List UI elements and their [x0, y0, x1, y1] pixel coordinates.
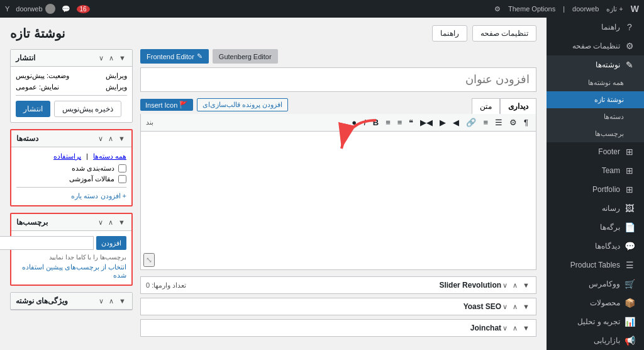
gutenberg-editor-button[interactable]: Gutenberg Editor: [213, 49, 278, 64]
sidebar-item-راهنما[interactable]: ? راهنما: [547, 18, 644, 37]
categories-up-btn[interactable]: ∧: [107, 135, 114, 143]
tags-add-button[interactable]: افزودن: [96, 236, 126, 250]
category-label: دسته‌بندی شده: [72, 164, 114, 172]
tab-text[interactable]: متن: [472, 98, 500, 114]
publish-edit-visibility[interactable]: ویرایش: [106, 83, 127, 91]
toolbar-settings[interactable]: ⚙: [507, 116, 519, 128]
toolbar-italic[interactable]: I: [361, 116, 369, 128]
publish-up-btn[interactable]: ∧: [108, 54, 115, 62]
top-bar-theme-options[interactable]: Theme Options: [508, 5, 555, 13]
yoast-collapse-btn[interactable]: ▼: [521, 303, 531, 311]
comment-icon[interactable]: 💬: [62, 5, 70, 13]
top-bar-left: W + تازه doorweb | Theme Options ⚙: [494, 4, 639, 14]
publish-toggle-btn[interactable]: ▼: [118, 54, 127, 62]
post-features-up-btn[interactable]: ∧: [108, 297, 115, 305]
yoast-up-btn[interactable]: ∧: [511, 303, 519, 311]
top-bar-sep: |: [563, 5, 565, 13]
category-checkbox[interactable]: [118, 175, 126, 183]
categories-down-btn[interactable]: ∨: [97, 135, 104, 143]
tags-most-used-link[interactable]: انتخاب از برچسب‌های پیشین استفاده شده: [16, 263, 126, 279]
categories-all-tab[interactable]: همه دسته‌ها: [93, 152, 126, 161]
sidebar-item-دسته‌ها[interactable]: دسته‌ها: [547, 108, 644, 125]
sidebar-item-محصولات[interactable]: 📦 محصولات: [547, 293, 644, 312]
toolbar-link[interactable]: 🔗: [464, 116, 479, 128]
sidebar-item-نوشته‌ها[interactable]: ✎ نوشته‌ها: [547, 55, 644, 74]
top-bar-notifications[interactable]: 16: [77, 5, 90, 13]
joinchat-down-btn[interactable]: ∨: [501, 324, 509, 332]
joinchat-title: Joinchat: [146, 324, 501, 332]
sidebar-item-label: تجربه و تحلیل: [577, 317, 620, 326]
sidebar-item-رسانه[interactable]: 🖼 رسانه: [547, 199, 644, 218]
post-title-input[interactable]: [140, 67, 536, 92]
page-settings-button[interactable]: تنظیمات صفحه: [472, 25, 536, 42]
post-features-down-btn[interactable]: ∨: [97, 297, 105, 305]
post-features-toggle-btn[interactable]: ▼: [118, 297, 127, 305]
sidebar-item-نوشتهٔ-تازه[interactable]: نوشتهٔ تازه: [547, 91, 644, 108]
top-bar-new[interactable]: + تازه: [606, 5, 623, 13]
sidebar-item-برچسب‌ها[interactable]: برچسب‌ها: [547, 125, 644, 142]
toolbar-list[interactable]: ☰: [492, 116, 505, 128]
tags-input[interactable]: [0, 236, 94, 250]
toolbar-ul[interactable]: ≡: [383, 116, 393, 128]
tags-up-btn[interactable]: ∧: [107, 218, 114, 227]
publish-button[interactable]: انتشار: [16, 101, 50, 117]
slider-count: تعداد وارمها: 0: [146, 281, 186, 290]
toolbar-center[interactable]: ◀▶: [418, 116, 435, 128]
toolbar-right[interactable]: ▶: [437, 116, 448, 128]
toolbar-ol[interactable]: ≡: [395, 116, 405, 128]
toolbar-quote[interactable]: ❝: [406, 116, 416, 128]
sidebar-item-بازاریابی[interactable]: 📢 بازاریابی: [547, 331, 644, 350]
sidebar-item-برگه‌ها[interactable]: 📄 برگه‌ها: [547, 218, 644, 237]
publish-down-btn[interactable]: ∨: [97, 54, 105, 62]
category-item[interactable]: مقالات آموزشی: [16, 175, 126, 183]
sidebar-item-دیدگاه‌ها[interactable]: 💬 دیدگاه‌ها: [547, 237, 644, 256]
insert-icon-button[interactable]: 🚩 Insert Icon: [140, 99, 193, 111]
sidebar-item-product-tables[interactable]: ☰ Product Tables: [547, 256, 644, 274]
category-item[interactable]: دسته‌بندی شده: [16, 164, 126, 172]
sidebar-item-تنظیمات-صفحه[interactable]: ⚙ تنظیمات صفحه: [547, 37, 644, 55]
slider-down-btn[interactable]: ∨: [501, 281, 509, 290]
pages-icon: 📄: [624, 222, 635, 232]
insert-template-button[interactable]: افزودن پرونده قالب‌سازی‌ای: [197, 98, 288, 111]
sidebar-item-تجربه-تحلیل[interactable]: 📊 تجربه و تحلیل: [547, 312, 644, 331]
username: doorweb: [16, 5, 42, 13]
sidebar-item-ووکامرس[interactable]: 🛒 ووکامرس: [547, 274, 644, 293]
tags-panel: ▼ ∧ ∨ برچسب‌ها افزودن برچسب‌ها را با کام…: [10, 213, 133, 286]
categories-common-tab[interactable]: پراستفاده: [53, 152, 81, 161]
joinchat-collapse-btn[interactable]: ▼: [521, 324, 531, 332]
sidebar-item-team[interactable]: ⊞ Team: [547, 161, 644, 180]
top-bar: W + تازه doorweb | Theme Options ⚙ 16 💬 …: [0, 0, 644, 18]
wp-logo[interactable]: W: [631, 4, 639, 14]
sidebar-item-label: بازاریابی: [594, 336, 620, 345]
resize-handle[interactable]: ⤡: [143, 253, 155, 267]
gear-icon[interactable]: ⚙: [494, 5, 501, 13]
tab-visual[interactable]: دیداری: [500, 98, 536, 114]
categories-toggle-btn[interactable]: ▼: [117, 135, 126, 143]
top-bar-user[interactable]: doorweb: [16, 4, 55, 14]
top-bar-site[interactable]: doorweb: [572, 5, 599, 13]
tags-toggle-btn[interactable]: ▼: [117, 218, 126, 227]
toolbar-left[interactable]: ◀: [450, 116, 462, 128]
sidebar-item-footer[interactable]: ⊞ Footer: [547, 142, 644, 161]
toolbar-bold[interactable]: B: [370, 116, 381, 128]
frontend-editor-button[interactable]: ✎ Frontend Editor: [140, 49, 209, 64]
slider-collapse-btn[interactable]: ▼: [521, 281, 531, 290]
toolbar-paragraph[interactable]: ¶: [521, 116, 531, 128]
joinchat-up-btn[interactable]: ∧: [511, 324, 519, 332]
sidebar-item-portfolio[interactable]: ⊞ Portfolio: [547, 180, 644, 199]
yoast-down-btn[interactable]: ∨: [501, 303, 509, 311]
toolbar-more[interactable]: ●: [349, 116, 359, 128]
tags-title: برچسب‌ها: [16, 218, 48, 227]
category-checkbox[interactable]: [118, 164, 126, 172]
publish-edit-status[interactable]: ویرایش: [106, 72, 127, 80]
save-draft-button[interactable]: ذخیره پیش‌نویس: [54, 101, 121, 117]
slider-up-btn[interactable]: ∧: [511, 281, 519, 290]
add-category-link[interactable]: + افزودن دسته یاره: [71, 192, 126, 200]
sidebar-item-همه-نوشته‌ها[interactable]: همه نوشته‌ها: [547, 74, 644, 91]
editor-body[interactable]: ⤡: [140, 132, 536, 270]
toolbar-align[interactable]: ≡: [480, 116, 491, 128]
posts-icon: ✎: [624, 60, 635, 70]
tags-down-btn[interactable]: ∨: [97, 218, 104, 227]
help-button[interactable]: راهنما: [432, 25, 467, 42]
marketing-icon: 📢: [624, 336, 635, 346]
